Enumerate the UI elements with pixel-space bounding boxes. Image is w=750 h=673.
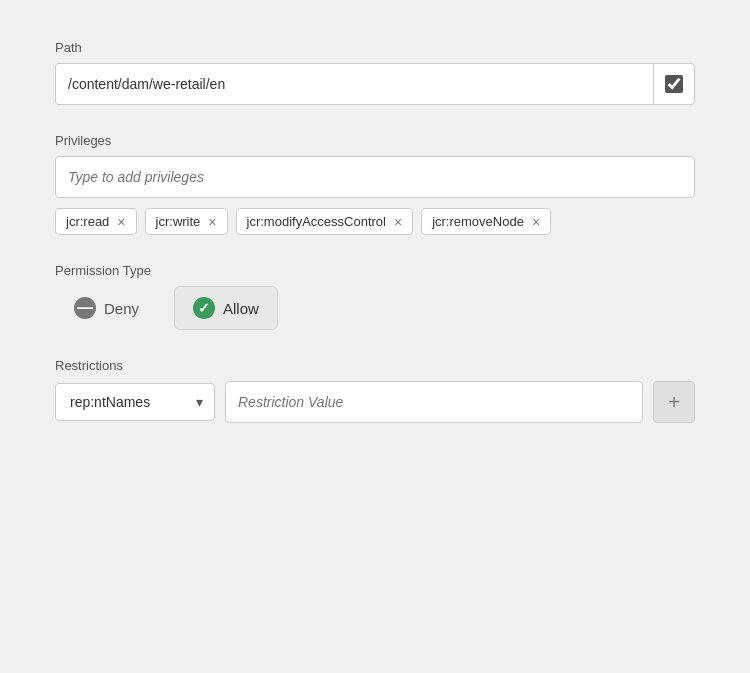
deny-button[interactable]: — Deny (55, 286, 158, 330)
tag-jcr-modify-label: jcr:modifyAccessControl (247, 214, 386, 229)
path-input[interactable] (55, 63, 653, 105)
privileges-field-group: Privileges jcr:read × jcr:write × jcr:mo… (55, 133, 695, 235)
permission-type-row: — Deny ✓ Allow (55, 286, 695, 330)
permission-type-label: Permission Type (55, 263, 695, 278)
tag-jcr-write-label: jcr:write (156, 214, 201, 229)
deny-label: Deny (104, 300, 139, 317)
privileges-input[interactable] (55, 156, 695, 198)
restriction-value-input[interactable] (225, 381, 643, 423)
path-checkbox-wrapper[interactable] (653, 63, 695, 105)
tag-jcr-remove: jcr:removeNode × (421, 208, 551, 235)
allow-icon: ✓ (193, 297, 215, 319)
deny-icon: — (74, 297, 96, 319)
tag-jcr-write-remove[interactable]: × (208, 215, 216, 229)
add-restriction-button[interactable]: + (653, 381, 695, 423)
restriction-select[interactable]: rep:ntNames rep:prefixes rep:glob (55, 383, 215, 421)
restrictions-field-group: Restrictions rep:ntNames rep:prefixes re… (55, 358, 695, 423)
tag-jcr-modify: jcr:modifyAccessControl × (236, 208, 414, 235)
path-label: Path (55, 40, 695, 55)
tag-jcr-modify-remove[interactable]: × (394, 215, 402, 229)
permission-type-field-group: Permission Type — Deny ✓ Allow (55, 263, 695, 330)
tag-jcr-read-label: jcr:read (66, 214, 109, 229)
add-icon: + (668, 391, 680, 414)
main-container: Path Privileges jcr:read × jcr:write × j… (0, 0, 750, 673)
tag-jcr-write: jcr:write × (145, 208, 228, 235)
restriction-select-wrapper: rep:ntNames rep:prefixes rep:glob ▾ (55, 383, 215, 421)
restrictions-label: Restrictions (55, 358, 695, 373)
path-row (55, 63, 695, 105)
restrictions-row: rep:ntNames rep:prefixes rep:glob ▾ + (55, 381, 695, 423)
allow-label: Allow (223, 300, 259, 317)
allow-button[interactable]: ✓ Allow (174, 286, 278, 330)
tag-jcr-remove-remove[interactable]: × (532, 215, 540, 229)
tag-jcr-read: jcr:read × (55, 208, 137, 235)
path-checkbox[interactable] (665, 75, 683, 93)
path-field-group: Path (55, 40, 695, 105)
tag-jcr-remove-label: jcr:removeNode (432, 214, 524, 229)
tag-jcr-read-remove[interactable]: × (117, 215, 125, 229)
tags-row: jcr:read × jcr:write × jcr:modifyAccessC… (55, 208, 695, 235)
privileges-label: Privileges (55, 133, 695, 148)
